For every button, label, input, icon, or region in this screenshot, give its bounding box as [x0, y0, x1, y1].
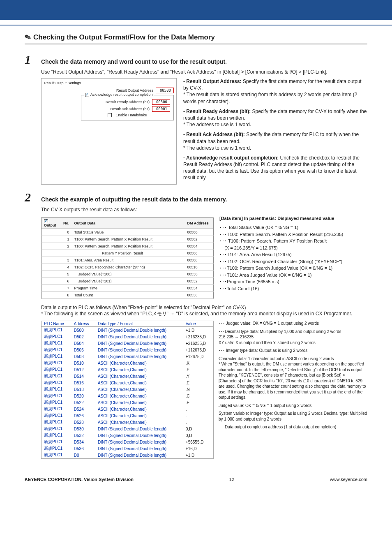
table-row: 新規PLC1D506DINT (Signed Decimal,Double le… — [42, 347, 214, 353]
result-ready-label: Result Ready Address (bit) — [85, 100, 150, 104]
plc-note: Character data: 1 character output in AS… — [219, 356, 367, 400]
result-output-address-value[interactable]: 00500 — [156, 88, 174, 93]
plc-note: ･･･ Integer type data: Output as is usin… — [219, 348, 367, 354]
table-row: 7Program Time00534 — [42, 285, 214, 292]
plc-intro1: Data is output to PLC as follows (When "… — [41, 305, 367, 310]
col-data: Output Data — [72, 217, 185, 229]
page-footer: KEYENCE CORPORATION. Vision System Divis… — [0, 473, 392, 494]
plc-note: System variable: Integer type: Output as… — [219, 411, 367, 422]
table-row: 新規PLC1D504DINT (Signed Decimal,Double le… — [42, 340, 214, 347]
table-row: 新規PLC1D502DINT (Signed Decimal,Double le… — [42, 333, 214, 340]
col-no: No. — [60, 217, 72, 229]
legend-header: [Data item] In parenthesis: Displayed me… — [219, 215, 367, 222]
data-item-legend: [Data item] In parenthesis: Displayed me… — [219, 215, 367, 292]
footer-left: KEYENCE CORPORATION. Vision System Divis… — [25, 477, 134, 482]
table-row: Pattern Y Position Result00506 — [42, 250, 214, 257]
note-c-head: - Result Ack Address (bit): — [183, 132, 246, 137]
plc-col-addr: Address — [71, 321, 95, 327]
legend-item: ･･･Total Count (16) — [219, 285, 367, 292]
result-output-address-label: Result Output Address — [81, 88, 153, 92]
output-header-checkbox[interactable] — [44, 219, 48, 223]
step1-notes: - Result Output Address: Specify the fir… — [183, 78, 367, 185]
plc-intro2: * The following is the screen as viewed … — [41, 310, 367, 317]
section-title: ✎ Checking the Output Format/Flow for th… — [25, 33, 367, 44]
plc-note: ･･･ Judged value: OK = 0/NG = 1 output u… — [219, 321, 367, 326]
table-row: 新規PLC1D532DINT (Signed Decimal,Double le… — [42, 432, 214, 439]
table-row: 新規PLC1D524ASCII (Character,Channel). — [42, 406, 214, 412]
step1-title: Check the data memory and word count to … — [41, 58, 227, 65]
table-row: 新規PLC1D500DINT (Signed Decimal,Double le… — [42, 327, 214, 334]
plc-col-val: Value — [183, 321, 214, 327]
table-row: 新規PLC1D512ASCII (Character,Channel).E — [42, 366, 214, 373]
legend-item: ･･･T101: Area Judged Value (OK = 0/NG = … — [219, 272, 367, 279]
step-number-1: 1 — [25, 53, 37, 66]
table-row: 新規PLC1D520ASCII (Character,Channel).C — [42, 393, 214, 399]
footer-center: - 12 - — [226, 477, 237, 482]
plc-col-type: Data Type / Format — [95, 321, 183, 327]
step2-title: Check the example of outputting the resu… — [41, 196, 227, 203]
table-row: 新規PLC1D510ASCII (Character,Channel).K — [42, 360, 214, 366]
legend-item: ･･･Program Time (56555 ms) — [219, 278, 367, 285]
table-row: 5 Judged Value(T100)00530 — [42, 271, 214, 278]
plc-col-name: PLC Name — [42, 321, 71, 327]
table-row: 6 Judged Value(T101)00532 — [42, 278, 214, 285]
ack-legend: Acknowledge result output completion — [90, 92, 153, 97]
plc-note: ･･･Decimal type data: Multiplied by 1,00… — [219, 329, 367, 346]
legend-item: ･･･ T100: Pattern Search. Pattern XY Pos… — [219, 238, 367, 251]
table-row: 0Total Status Value00500 — [42, 229, 214, 236]
step1-intro: Use "Result Output Address", "Result Rea… — [41, 69, 367, 75]
output-data-table: Output No. Output Data DM Address 0Total… — [41, 217, 214, 299]
table-row: 1T100: Pattern Search. Pattern X Positio… — [42, 236, 214, 243]
plc-memory-table: PLC Name Address Data Type / Format Valu… — [41, 321, 214, 459]
footer-right: www.keyence.com — [330, 477, 367, 482]
result-ack-label: Result Ack Address (bit) — [85, 107, 150, 111]
note-a-head: - Result Output Address: — [183, 79, 243, 84]
top-header-bar — [0, 0, 392, 20]
table-row: 新規PLC1D0DINT (Signed Decimal,Double leng… — [42, 452, 214, 459]
pencil-icon: ✎ — [23, 32, 32, 43]
result-output-settings-panel: Result Output Settings Result Output Add… — [41, 78, 177, 185]
table-row: 新規PLC1D516ASCII (Character,Channel).E — [42, 379, 214, 386]
table-row: 新規PLC1D514ASCII (Character,Channel).Y — [42, 373, 214, 379]
table-row: 8Total Count00536 — [42, 292, 214, 299]
ack-checkbox[interactable] — [85, 93, 89, 97]
col-output: Output — [44, 223, 56, 227]
handshake-checkbox[interactable] — [108, 113, 112, 117]
legend-item: ･･･T100: Pattern Search. Pattern X Posit… — [219, 231, 367, 238]
table-row: 新規PLC1D518ASCII (Character,Channel).N — [42, 386, 214, 393]
plc-notes: ･･･ Judged value: OK = 0/NG = 1 output u… — [219, 321, 367, 432]
ack-fieldset: Acknowledge result output completion Res… — [81, 95, 174, 120]
table-row: 新規PLC1D536DINT (Signed Decimal,Double le… — [42, 445, 214, 452]
section-title-text: Checking the Output Format/Flow for the … — [33, 33, 215, 42]
plc-note: ･･･Data output completion address (1 at … — [219, 424, 367, 430]
legend-item: ･･･T100: Pattern Search Judged Value (OK… — [219, 265, 367, 272]
table-row: 2T100: Pattern Search. Pattern X Positio… — [42, 243, 214, 250]
table-row: 新規PLC1D522ASCII (Character,Channel).E — [42, 399, 214, 406]
result-ready-value[interactable]: 00500 — [152, 99, 170, 105]
step-number-2: 2 — [25, 191, 37, 204]
table-row: 新規PLC1D508DINT (Signed Decimal,Double le… — [42, 353, 214, 360]
handshake-label: Enable Handshake — [115, 113, 147, 117]
note-d-head: - Acknowledge result output completion: — [183, 155, 280, 161]
step2-intro: The CV-X outputs the result data as foll… — [41, 207, 367, 213]
table-row: 4T102: OCR. Recognized Character (String… — [42, 264, 214, 271]
legend-item: ･･･ Total Status Value (OK = 0/NG = 1) — [219, 224, 367, 231]
table-row: 新規PLC1D528ASCII (Character,Channel). — [42, 419, 214, 426]
settings-panel-header: Result Output Settings — [44, 81, 174, 85]
table-row: 新規PLC1D534DINT (Signed Decimal,Double le… — [42, 439, 214, 445]
plc-note: Judged value: OK = 0/NG = 1 output using… — [219, 403, 367, 409]
note-b-head: - Result Ready Address (bit): — [183, 109, 252, 114]
legend-item: ･･･T101: Area. Area Result (12675) — [219, 251, 367, 258]
table-row: 新規PLC1D530DINT (Signed Decimal,Double le… — [42, 426, 214, 432]
result-ack-value[interactable]: 00001 — [152, 106, 170, 112]
table-row: 3T101: Area. Area Result00508 — [42, 257, 214, 264]
col-addr: DM Address — [185, 217, 214, 229]
table-row: 新規PLC1D526ASCII (Character,Channel). — [42, 412, 214, 419]
legend-item: ･･･T102: OCR. Recognized Character (Stri… — [219, 258, 367, 265]
